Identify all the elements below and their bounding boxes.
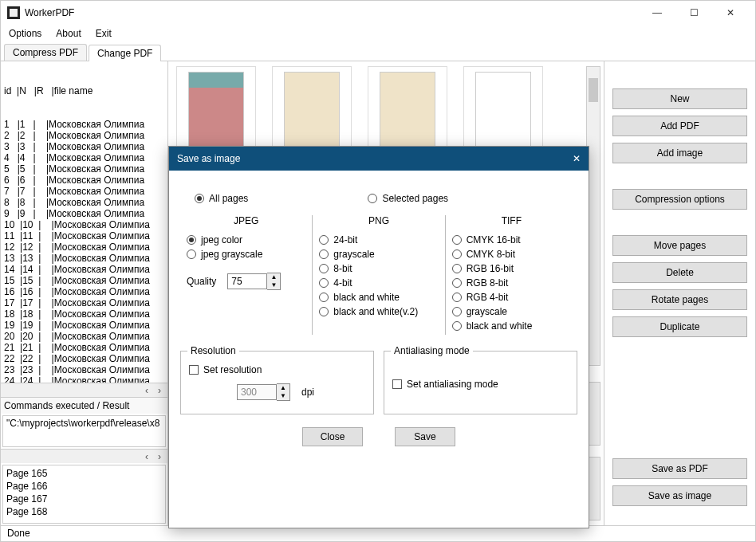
table-row[interactable]: 19 |19 | |Московская Олимпиа [4,320,164,331]
radio-jpeg-grayscale[interactable]: jpeg grayscale [187,249,305,260]
table-row[interactable]: 11 |11 | |Московская Олимпиа [4,230,164,242]
table-row[interactable]: 24 |24 | |Московская Олимпиа [4,375,164,383]
result-line: Page 165 [6,467,162,480]
table-row[interactable]: 16 |16 | |Московская Олимпиа [4,286,164,297]
close-button[interactable]: ✕ [712,1,749,25]
table-row[interactable]: 2 |2 | |Московская Олимпиа [4,130,164,141]
save-as-pdf-button[interactable]: Save as PDF [612,458,747,479]
new-button[interactable]: New [612,88,747,109]
duplicate-button[interactable]: Duplicate [612,316,747,337]
radio-tiff-grayscale[interactable]: grayscale [452,306,571,317]
dialog-close-icon[interactable]: ✕ [573,153,581,164]
compression-options-button[interactable]: Compression options [612,189,747,210]
table-row[interactable]: 22 |22 | |Московская Олимпиа [4,353,164,364]
table-row[interactable]: 8 |8 | |Московская Олимпиа [4,197,164,208]
move-pages-button[interactable]: Move pages [612,235,747,256]
page-thumb[interactable] [176,66,256,154]
dialog-close-button[interactable]: Close [302,427,363,446]
table-row[interactable]: 10 |10 | |Московская Олимпиа [4,219,164,230]
radio-selected-pages[interactable]: Selected pages [368,193,448,204]
radio-tiff-rgb16[interactable]: RGB 16-bit [452,263,571,274]
table-row[interactable]: 7 |7 | |Московская Олимпиа [4,186,164,197]
minimize-button[interactable]: — [639,1,675,25]
add-image-button[interactable]: Add image [612,143,747,163]
dpi-input[interactable] [237,384,277,400]
left-panel: id |N |R |file name 1 |1 | |Московская О… [1,61,168,525]
antialiasing-group: Antialiasing mode Set antialiasing mode [384,351,577,414]
tab-strip: Compress PDF Change PDF [1,42,755,61]
radio-all-pages[interactable]: All pages [195,193,248,204]
tab-change-pdf[interactable]: Change PDF [89,45,161,61]
save-as-image-dialog: Save as image ✕ All pages Selected pages… [168,146,589,528]
dpi-unit: dpi [301,387,314,398]
table-hscroll[interactable]: ‹› [1,383,167,397]
add-pdf-button[interactable]: Add PDF [612,116,747,136]
table-row[interactable]: 5 |5 | |Московская Олимпиа [4,163,164,175]
radio-tiff-rgb8[interactable]: RGB 8-bit [452,277,571,289]
radio-png-bw[interactable]: black and white [319,292,438,303]
radio-png-8bit[interactable]: 8-bit [319,263,438,274]
table-row[interactable]: 14 |14 | |Московская Олимпиа [4,264,164,275]
dialog-save-button[interactable]: Save [395,427,455,446]
table-row[interactable]: 18 |18 | |Московская Олимпиа [4,308,164,320]
radio-tiff-bw[interactable]: black and white [452,320,571,332]
table-row[interactable]: 6 |6 | |Московская Олимпиа [4,175,164,186]
scroll-right-icon[interactable]: › [153,385,166,396]
resolution-group: Resolution Set resolution ▲▼ dpi [180,351,374,414]
result-line: Page 168 [6,505,162,518]
scroll-left-icon[interactable]: ‹ [140,385,153,396]
table-row[interactable]: 1 |1 | |Московская Олимпиа [4,119,164,130]
spin-up-icon[interactable]: ▲ [277,384,289,392]
dialog-title: Save as image [177,153,240,164]
table-row[interactable]: 15 |15 | |Московская Олимпиа [4,275,164,286]
spin-up-icon[interactable]: ▲ [267,273,280,281]
spin-down-icon[interactable]: ▼ [277,392,289,400]
menu-about[interactable]: About [56,28,81,39]
quality-spinner[interactable]: ▲▼ [227,273,281,290]
radio-png-grayscale[interactable]: grayscale [319,249,438,260]
radio-jpeg-color[interactable]: jpeg color [187,234,305,245]
dpi-spinner[interactable]: ▲▼ [237,383,290,401]
page-thumb[interactable] [463,66,543,154]
save-as-image-button[interactable]: Save as image [612,485,747,506]
table-row[interactable]: 3 |3 | |Московская Олимпиа [4,141,164,152]
page-thumb[interactable] [272,66,352,154]
radio-png-24bit[interactable]: 24-bit [319,234,438,245]
table-row[interactable]: 20 |20 | |Московская Олимпиа [4,331,164,342]
commands-label: Commands executed / Result [1,397,167,414]
radio-tiff-cmyk8[interactable]: CMYK 8-bit [452,249,571,260]
menu-exit[interactable]: Exit [96,28,112,39]
spin-down-icon[interactable]: ▼ [267,281,280,289]
titlebar: WorkerPDF — ☐ ✕ [1,1,755,25]
table-row[interactable]: 13 |13 | |Московская Олимпиа [4,253,164,264]
png-column: PNG 24-bit grayscale 8-bit 4-bit black a… [312,215,444,335]
quality-input[interactable] [227,273,267,289]
table-row[interactable]: 12 |12 | |Московская Олимпиа [4,242,164,253]
page-table[interactable]: id |N |R |file name 1 |1 | |Московская О… [1,61,167,383]
set-antialiasing-checkbox[interactable]: Set antialiasing mode [392,379,569,390]
result-line: Page 166 [6,480,162,493]
table-row[interactable]: 4 |4 | |Московская Олимпиа [4,152,164,163]
radio-tiff-rgb4[interactable]: RGB 4-bit [452,292,571,303]
radio-tiff-cmyk16[interactable]: CMYK 16-bit [452,234,571,245]
tab-compress-pdf[interactable]: Compress PDF [4,44,87,61]
result-box[interactable]: Page 165 Page 166 Page 167 Page 168 [2,465,166,524]
set-resolution-checkbox[interactable]: Set resolution [189,364,365,375]
table-row[interactable]: 21 |21 | |Московская Олимпиа [4,342,164,353]
commands-hscroll[interactable]: ‹› [1,449,167,463]
page-thumb[interactable] [368,66,447,154]
table-header: id |N |R |file name [4,85,164,96]
radio-png-bw2[interactable]: black and white(v.2) [319,306,438,317]
rotate-pages-button[interactable]: Rotate pages [612,289,747,310]
app-icon [7,6,20,19]
radio-png-4bit[interactable]: 4-bit [319,277,438,289]
commands-box[interactable]: "C:\myprojects\workerpdf\release\x8 [2,415,166,447]
jpeg-column: JPEG jpeg color jpeg grayscale Quality ▲… [180,215,312,335]
delete-button[interactable]: Delete [612,262,747,283]
maximize-button[interactable]: ☐ [675,1,712,25]
table-row[interactable]: 23 |23 | |Московская Олимпиа [4,364,164,375]
result-line: Page 167 [6,493,162,505]
menu-options[interactable]: Options [9,28,41,39]
table-row[interactable]: 17 |17 | |Московская Олимпиа [4,297,164,308]
table-row[interactable]: 9 |9 | |Московская Олимпиа [4,208,164,219]
